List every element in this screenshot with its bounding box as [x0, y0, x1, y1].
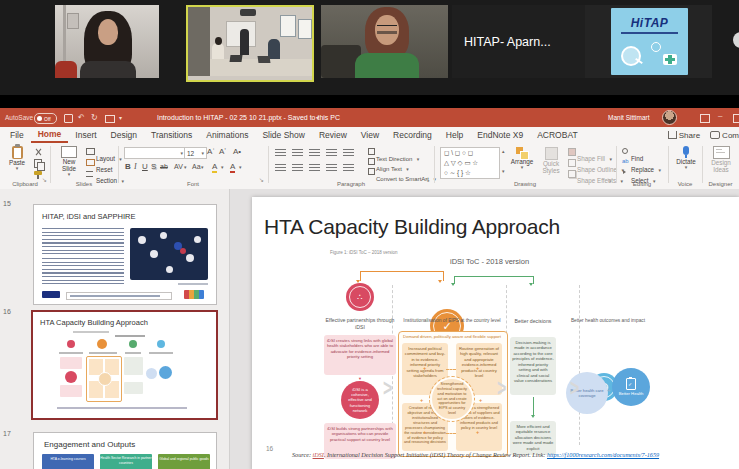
quick-styles-button[interactable]: Quick Styles — [538, 147, 564, 174]
format-painter-icon[interactable] — [34, 171, 42, 175]
source-url-link[interactable]: https://f1000research.com/documents/7-16… — [547, 451, 659, 458]
highlight-color-button[interactable]: A — [212, 162, 217, 173]
share-button[interactable]: Share — [679, 131, 700, 140]
edge-circle-widget[interactable] — [733, 32, 739, 48]
font-size-value: 12 — [187, 150, 194, 157]
shapes-row: ○ ∼ { } ☆ — [444, 168, 499, 178]
change-case-button[interactable]: Aa — [192, 162, 201, 171]
minimize-icon[interactable]: – — [718, 112, 722, 120]
tab-design[interactable]: Design — [104, 127, 144, 143]
thumb-title: HTA Capacity Building Approach — [40, 318, 148, 327]
participant-video-2[interactable] — [321, 5, 448, 78]
align-left-button[interactable] — [275, 164, 286, 172]
tab-view[interactable]: View — [354, 127, 386, 143]
shapes-scroll-icon[interactable]: ▾ — [502, 169, 505, 174]
comments-button[interactable]: Com — [722, 131, 739, 140]
thumbnail-slide-15[interactable]: HITAP, iDSI and SAPPHIRE — [33, 204, 217, 305]
meeting-room-video[interactable] — [186, 5, 314, 82]
tab-review[interactable]: Review — [312, 127, 354, 143]
font-dialog-launcher[interactable]: ↘ — [259, 177, 264, 183]
numbering-button[interactable] — [292, 149, 303, 157]
copy-icon[interactable] — [34, 159, 42, 168]
font-size-select[interactable]: 12▾ — [184, 147, 207, 159]
clear-formatting-icon[interactable]: A• — [233, 147, 241, 156]
dictate-button[interactable]: Dictate ▾ — [672, 146, 700, 170]
character-spacing-button[interactable]: AV — [174, 162, 183, 171]
mini-circle-orange — [97, 339, 107, 349]
start-presentation-icon[interactable] — [105, 115, 115, 123]
thumb-network-image — [130, 228, 208, 280]
col3-top-box: Decision-making is made in accordance ac… — [510, 337, 556, 395]
thumbnail-slide-16[interactable]: HTA Capacity Building Approach — [31, 310, 218, 420]
restore-icon[interactable] — [733, 114, 739, 123]
cut-icon[interactable] — [34, 148, 43, 156]
align-center-button[interactable] — [292, 164, 303, 172]
tab-acrobat[interactable]: ACROBAT — [530, 127, 584, 143]
slide-canvas[interactable]: HTA Capacity Building Approach Figure 1:… — [252, 197, 739, 469]
source-middle: . International Decision Support Initiat… — [324, 451, 547, 458]
arrange-button[interactable]: Arrange ▾ — [510, 147, 534, 170]
bullets-button[interactable] — [275, 149, 286, 157]
italic-button[interactable]: I — [134, 162, 137, 171]
tab-home[interactable]: Home — [31, 127, 69, 143]
thumbnail-slide-17[interactable]: Engagement and Outputs HTA e-learning co… — [33, 432, 217, 469]
tab-insert[interactable]: Insert — [68, 127, 103, 143]
paste-button[interactable]: Paste ▾ — [6, 146, 28, 171]
source-idsi-link[interactable]: iDSI — [313, 451, 324, 458]
user-avatar[interactable] — [662, 110, 677, 125]
new-slide-button[interactable]: New Slide ▾ — [56, 146, 82, 177]
decrease-indent-button[interactable] — [309, 149, 320, 157]
shadow-button[interactable]: S — [151, 162, 156, 171]
justify-button[interactable] — [326, 164, 337, 172]
poster-tile[interactable]: HiTAP — [585, 5, 712, 78]
participant-video-1[interactable] — [55, 5, 159, 78]
font-name-select[interactable]: ▾ — [124, 147, 186, 159]
highlight-caret-icon: ▾ — [221, 165, 224, 170]
font-name-caret-icon: ▾ — [180, 151, 183, 156]
version-label: iDSI ToC - 2018 version — [450, 257, 529, 266]
plus-connector: + — [476, 429, 479, 435]
source-line: Source: iDSI. International Decision Sup… — [292, 451, 659, 458]
underline-button[interactable]: U — [142, 162, 148, 171]
tab-animations[interactable]: Animations — [199, 127, 255, 143]
undo-icon[interactable]: ↶ — [78, 114, 85, 122]
tab-slide-show[interactable]: Slide Show — [255, 127, 312, 143]
bold-button[interactable]: B — [125, 162, 131, 171]
design-ideas-button[interactable]: Design Ideas — [706, 146, 736, 173]
character-spacing-caret-icon: ▾ — [184, 165, 187, 170]
voice-group-label: Voice — [668, 181, 702, 187]
shapes-gallery[interactable]: ◻ \ ◻ ○ ◻ △ ▽ ◇ ▭ ☆ ○ ∼ { } ☆ — [440, 147, 500, 179]
title-caret-icon[interactable]: ▾ — [316, 114, 319, 122]
line-spacing-button[interactable] — [343, 149, 354, 157]
paragraph-dialog-launcher[interactable]: ↘ — [425, 177, 430, 183]
save-icon[interactable] — [64, 114, 73, 123]
tab-endnote[interactable]: EndNote X9 — [470, 127, 530, 143]
decrease-font-icon[interactable]: Aʽ — [219, 147, 226, 156]
tab-recording[interactable]: Recording — [386, 127, 439, 143]
green-arrow-icon — [531, 415, 535, 418]
clipboard-dialog-launcher[interactable]: ↘ — [42, 177, 47, 183]
tab-file[interactable]: File — [3, 127, 31, 143]
name-card-tile[interactable]: HITAP- Aparn... — [452, 5, 591, 78]
increase-font-icon[interactable]: Aʾ — [207, 147, 215, 156]
shapes-scroll-icon[interactable]: ▴ — [502, 149, 505, 154]
quick-access-caret-icon[interactable]: ▾ — [119, 114, 122, 122]
find-icon — [622, 148, 628, 154]
autosave-toggle[interactable]: Off — [34, 113, 57, 124]
align-right-button[interactable] — [309, 164, 320, 172]
strikethrough-button[interactable]: ab — [160, 162, 168, 171]
redo-icon[interactable]: ↻ — [91, 114, 98, 122]
columns-button[interactable] — [343, 164, 354, 172]
standing-person — [240, 29, 249, 55]
change-case-caret-icon: ▾ — [201, 165, 204, 170]
powerpoint-titlebar: AutoSave Off ↶ ↻ ▾ Introduction to HITAP… — [0, 108, 739, 127]
increase-indent-button[interactable] — [326, 149, 337, 157]
column-divider — [579, 285, 580, 445]
font-color-button[interactable]: A — [230, 162, 235, 173]
tab-help[interactable]: Help — [439, 127, 470, 143]
drawing-dialog-launcher[interactable]: ↘ — [607, 177, 612, 183]
thumb-banner — [66, 292, 172, 300]
tab-transitions[interactable]: Transitions — [144, 127, 199, 143]
thumb-bullet-text — [42, 258, 124, 286]
ribbon-display-options-icon[interactable] — [700, 114, 710, 123]
